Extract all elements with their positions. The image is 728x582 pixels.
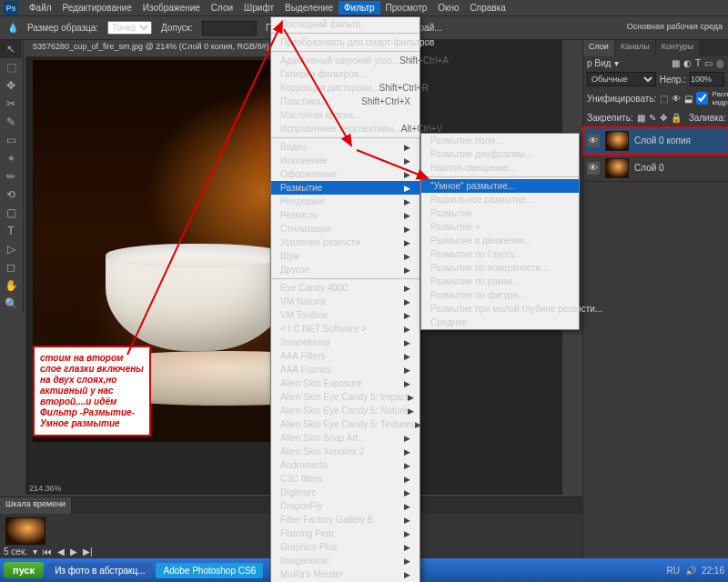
tool-0[interactable]: ↖ [0, 40, 22, 58]
menuitem[interactable]: Масляная краска... [271, 108, 420, 122]
menuitem[interactable]: Преобразовать для смарт-фильтров [271, 35, 420, 49]
menuitem[interactable]: Галерея фильтров... [271, 67, 420, 81]
tool-11[interactable]: ▷ [0, 240, 22, 258]
menu-Справка[interactable]: Справка [465, 1, 511, 15]
menuitem[interactable]: Alien Skin Exposure▶ [271, 376, 420, 390]
filter-menu[interactable]: Последний фильтрПреобразовать для смарт-… [270, 16, 420, 582]
menuitem[interactable]: 2manekenai▶ [271, 336, 420, 349]
menuitem[interactable]: Оформление▶ [271, 167, 420, 181]
lock-pixels-icon[interactable]: ✎ [649, 113, 656, 123]
menuitem[interactable]: Размытие поля... [421, 134, 579, 147]
tab-timeline[interactable]: Шкала времени [0, 497, 72, 514]
filter-smart-icon[interactable]: ◎ [716, 58, 724, 68]
menu-Фильтр[interactable]: Фильтр [339, 1, 380, 15]
menuitem[interactable]: Искажение▶ [271, 154, 420, 167]
menu-Просмотр[interactable]: Просмотр [380, 1, 433, 15]
blur-submenu[interactable]: Размытие поля...Размытие диафрагмы...Нак… [420, 133, 580, 330]
tl-play-icon[interactable]: ▶ [70, 547, 77, 557]
menuitem[interactable]: Шум▶ [271, 249, 420, 263]
menuitem[interactable]: Alien Skin Eye Candy 5: Impact▶ [271, 390, 420, 404]
layer-row[interactable]: 👁Слой 0 копия [583, 127, 728, 155]
tool-5[interactable]: ▭ [0, 131, 22, 149]
tool-10[interactable]: T [0, 222, 22, 240]
menuitem[interactable]: Digimarc▶ [271, 486, 420, 499]
menuitem[interactable]: Радиальное размытие... [421, 193, 579, 206]
menuitem[interactable]: C3C filters▶ [271, 472, 420, 486]
filter-pixel-icon[interactable]: ▦ [672, 58, 680, 68]
menuitem[interactable]: < I.C.NET Software >▶ [271, 322, 420, 336]
menuitem[interactable]: Исправление перспективы...Alt+Ctrl+V [271, 122, 420, 135]
taskbar-item[interactable]: Adobe Photoshop CS6 [156, 563, 263, 578]
tl-first-icon[interactable]: ⏮ [43, 547, 52, 557]
tl-prev-icon[interactable]: ◀ [57, 547, 65, 557]
tool-13[interactable]: ✋ [0, 276, 22, 295]
menuitem[interactable]: Стилизация▶ [271, 222, 420, 236]
menuitem[interactable]: Размытие по рамке... [421, 275, 579, 288]
menuitem[interactable]: MuRa's Meister▶ [271, 567, 420, 581]
menuitem[interactable]: Andromeda▶ [271, 458, 420, 472]
taskbar-item[interactable]: Из фото в абстракц... [47, 563, 152, 578]
timeline-frame-thumb[interactable] [5, 517, 46, 545]
filter-type-icon[interactable]: T [695, 58, 701, 68]
menuitem[interactable]: Коррекция дисторсии...Shift+Ctrl+R [271, 81, 420, 95]
tool-7[interactable]: ✏ [0, 167, 22, 186]
frame-duration[interactable]: 5 сек. [4, 547, 27, 557]
layer-filter-icon[interactable]: ▾ [614, 58, 619, 68]
menuitem[interactable]: VM Toolbox▶ [271, 308, 420, 322]
menuitem[interactable]: Усиление резкости▶ [271, 236, 420, 249]
tab-Каналы[interactable]: Каналы [615, 40, 656, 56]
menuitem[interactable]: Адаптивный широкий угол...Shift+Ctrl+A [271, 54, 420, 67]
tray-volume-icon[interactable]: 🔊 [685, 566, 696, 576]
menuitem[interactable]: Размытие по Гауссу... [421, 247, 579, 261]
menuitem[interactable]: Рендеринг▶ [271, 195, 420, 208]
tool-14[interactable]: 🔍 [0, 295, 22, 313]
menuitem[interactable]: Пластика...Shift+Ctrl+X [271, 95, 420, 108]
menu-Файл[interactable]: Файл [24, 1, 57, 15]
menuitem[interactable]: Alien Skin Eye Candy 5: Nature▶ [271, 404, 420, 417]
tl-next-icon[interactable]: ▶| [83, 547, 93, 557]
visibility-icon[interactable]: 👁 [587, 135, 600, 147]
tool-6[interactable]: ⌖ [0, 149, 22, 167]
tab-Контуры[interactable]: Контуры [656, 40, 700, 56]
filter-adjust-icon[interactable]: ◐ [683, 58, 692, 68]
menu-Выделение[interactable]: Выделение [279, 1, 339, 15]
menu-Редактирование[interactable]: Редактирование [57, 1, 137, 15]
menuitem[interactable]: Другое▶ [271, 263, 420, 276]
lock-position-icon[interactable]: ✥ [660, 113, 667, 123]
menuitem[interactable]: Наклон-смещение... [421, 161, 579, 175]
menuitem[interactable]: Размытие при малой глубине резкости... [421, 302, 579, 316]
menuitem[interactable]: Alien Skin Eye Candy 5: Textures▶ [271, 417, 420, 431]
tab-Слои[interactable]: Слои [583, 40, 615, 56]
tool-2[interactable]: ✥ [0, 76, 22, 95]
opacity-input[interactable] [690, 72, 724, 86]
menuitem[interactable]: AAA Frames▶ [271, 363, 420, 376]
menuitem[interactable]: Размытие + [421, 220, 579, 234]
menuitem[interactable]: Eye Candy 4000▶ [271, 281, 420, 295]
menu-Слои[interactable]: Слои [206, 1, 238, 15]
tray-clock[interactable]: 22:16 [702, 566, 724, 576]
menuitem[interactable]: Alien Skin Xenofex 2▶ [271, 445, 420, 458]
menuitem[interactable]: VM Natural▶ [271, 295, 420, 308]
menuitem[interactable]: Graphics Plus▶ [271, 540, 420, 554]
propagate-checkbox[interactable] [696, 91, 708, 105]
menuitem[interactable]: Среднее [421, 316, 579, 329]
menuitem[interactable]: Размытие по фигуре... [421, 288, 579, 302]
tool-9[interactable]: ▢ [0, 204, 22, 222]
menuitem[interactable]: AAA Filters▶ [271, 349, 420, 363]
unify-style-icon[interactable]: ⬓ [684, 94, 693, 104]
tray-lang[interactable]: RU [667, 566, 680, 576]
tool-1[interactable]: ⬚ [0, 58, 22, 76]
menuitem[interactable]: "Умное" размытие... [421, 179, 579, 193]
menu-Окно[interactable]: Окно [432, 1, 464, 15]
tool-3[interactable]: ✂ [0, 95, 22, 113]
unify-visibility-icon[interactable]: 👁 [672, 94, 681, 104]
menuitem[interactable]: Размытие [421, 206, 579, 220]
menuitem[interactable]: Alien Skin Snap Art▶ [271, 431, 420, 445]
menuitem[interactable]: Flaming Pear▶ [271, 527, 420, 540]
menuitem[interactable]: Filter Factory Gallery B▶ [271, 513, 420, 527]
lock-all-icon[interactable]: 🔒 [671, 113, 682, 123]
lock-transparent-icon[interactable]: ▦ [637, 113, 645, 123]
menuitem[interactable]: Размытие▶ [271, 181, 420, 195]
tool-12[interactable]: ◻ [0, 258, 22, 276]
filter-shape-icon[interactable]: ▭ [704, 58, 713, 68]
